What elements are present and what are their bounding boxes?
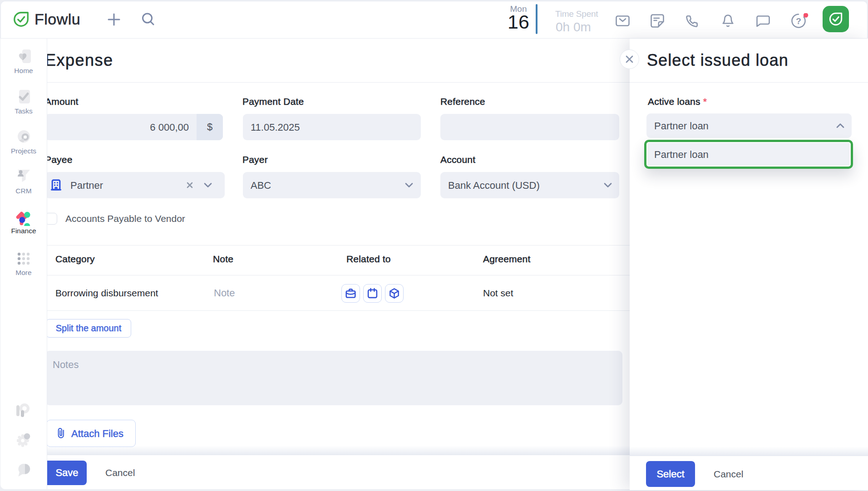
svg-text:?: ? [796, 16, 801, 26]
